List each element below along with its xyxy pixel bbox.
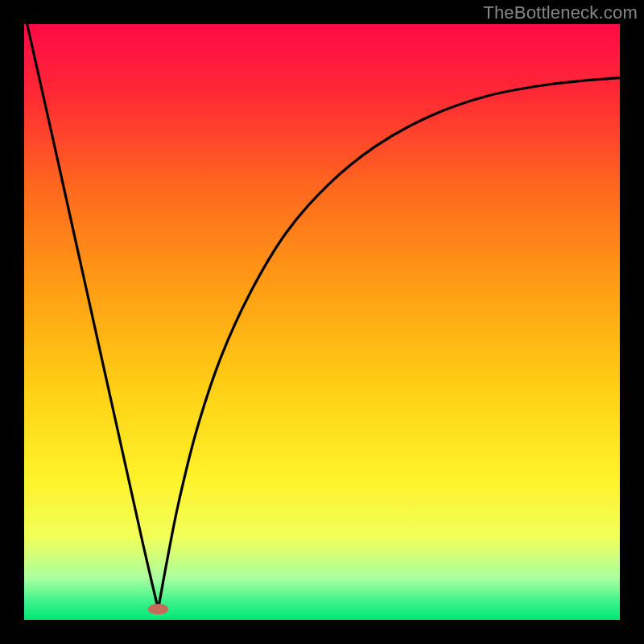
- chart-frame: TheBottleneck.com: [0, 0, 644, 644]
- min-marker: [148, 604, 168, 614]
- watermark-text: TheBottleneck.com: [483, 2, 638, 23]
- chart-plot: [24, 24, 620, 620]
- chart-background: [24, 24, 620, 620]
